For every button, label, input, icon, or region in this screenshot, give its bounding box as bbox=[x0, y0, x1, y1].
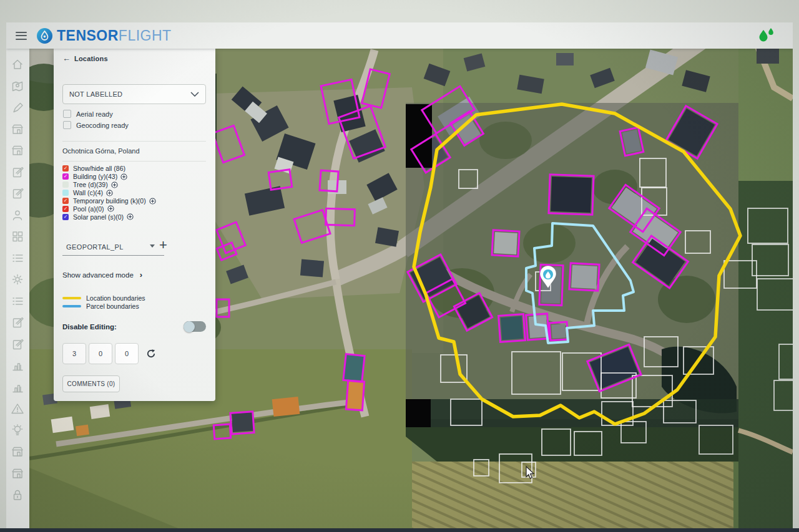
layer-row-6: ✓Solar panel (s)(0) bbox=[62, 213, 211, 221]
add-annotation-icon[interactable] bbox=[107, 205, 114, 212]
add-annotation-icon[interactable] bbox=[111, 181, 118, 188]
layer-label: Pool (a)(0) bbox=[73, 205, 104, 213]
disable-editing-label: Disable Editing: bbox=[62, 323, 117, 331]
store-icon bbox=[11, 122, 24, 136]
water-drops-icon[interactable] bbox=[757, 27, 775, 44]
layer-checkbox[interactable]: ✓ bbox=[62, 173, 69, 180]
layer-row-1: ✓Building (y)(43) bbox=[62, 173, 211, 181]
list-icon bbox=[11, 294, 24, 308]
show-advanced-mode-link[interactable]: Show advanced mode › bbox=[62, 270, 142, 279]
brand-text-light: FLIGHT bbox=[119, 27, 172, 44]
checkbox[interactable] bbox=[63, 121, 71, 129]
bulb-icon bbox=[11, 423, 24, 437]
sidebar-item-buildings-4[interactable] bbox=[11, 467, 26, 481]
legend-parcel-boundaries: Parcel boundaries bbox=[62, 302, 145, 310]
layer-label: Wall (c)(4) bbox=[73, 189, 103, 196]
layer-checkbox[interactable]: ✓ bbox=[62, 206, 69, 212]
sidebar-item-analytics-1[interactable] bbox=[11, 359, 26, 374]
doc-icon bbox=[11, 337, 24, 351]
gear-icon bbox=[11, 273, 24, 286]
store-icon bbox=[11, 143, 24, 157]
grid-icon bbox=[11, 230, 24, 243]
list-icon bbox=[11, 251, 24, 265]
back-label: Locations bbox=[74, 55, 108, 62]
chevron-right-icon: › bbox=[140, 270, 142, 279]
sidebar-item-home[interactable] bbox=[11, 57, 26, 72]
sidebar-item-report-4[interactable] bbox=[11, 337, 26, 352]
checkbox[interactable] bbox=[63, 110, 71, 118]
divider bbox=[62, 161, 206, 162]
sidebar-item-dashboard[interactable] bbox=[11, 230, 26, 244]
layer-list: ✓Show/hide all (86)✓Building (y)(43)Tree… bbox=[62, 165, 211, 221]
layer-label: Show/hide all (86) bbox=[73, 165, 125, 172]
filter-label: Aerial ready bbox=[76, 110, 113, 118]
disable-editing-toggle[interactable] bbox=[184, 321, 206, 332]
person-icon bbox=[11, 208, 24, 222]
layer-label: Solar panel (s)(0) bbox=[73, 213, 124, 221]
store-icon bbox=[11, 467, 24, 480]
map-icon bbox=[11, 79, 24, 93]
doc-icon bbox=[11, 165, 24, 179]
layer-checkbox[interactable] bbox=[62, 190, 69, 196]
counter-input-2[interactable] bbox=[89, 343, 112, 364]
brand-text-bold: TENSOR bbox=[57, 27, 119, 44]
filter-label: Geocoding ready bbox=[76, 122, 129, 129]
label-status-dropdown[interactable]: NOT LABELLED bbox=[62, 84, 206, 104]
layer-checkbox[interactable]: ✓ bbox=[62, 214, 69, 220]
sidebar-item-report-3[interactable] bbox=[11, 316, 26, 331]
add-annotation-icon[interactable] bbox=[127, 213, 134, 220]
layer-row-4: ✓Temporary building (k)(0) bbox=[62, 197, 211, 205]
brand-logo[interactable]: TENSORFLIGHT bbox=[36, 27, 172, 44]
doc-icon bbox=[11, 186, 24, 200]
screen-photo: { "header": { "brand_bold": "TENSOR", "b… bbox=[0, 0, 799, 532]
divider bbox=[62, 141, 206, 142]
source-select[interactable]: GEOPORTAL_PL + bbox=[62, 243, 211, 256]
legend-label: Location boundaries bbox=[86, 294, 145, 302]
sidebar-item-report-1[interactable] bbox=[11, 165, 26, 180]
sidebar-item-list-2[interactable] bbox=[11, 294, 26, 309]
comments-button[interactable]: COMMENTS (0) bbox=[62, 375, 120, 392]
sidebar-item-alerts[interactable] bbox=[11, 402, 26, 417]
icon-sidebar bbox=[6, 49, 29, 529]
sidebar-item-buildings-1[interactable] bbox=[11, 122, 26, 137]
layer-checkbox[interactable]: ✓ bbox=[62, 198, 69, 204]
layer-row-3: Wall (c)(4) bbox=[62, 189, 211, 197]
add-annotation-icon[interactable] bbox=[106, 190, 113, 196]
back-arrow-icon: ← bbox=[62, 54, 71, 63]
sidebar-item-buildings-2[interactable] bbox=[11, 143, 26, 158]
location-panel: ← Locations NOT LABELLED Aerial readyGeo… bbox=[54, 49, 215, 401]
filter-geocoding-ready[interactable]: Geocoding ready bbox=[63, 121, 129, 129]
add-annotation-icon[interactable] bbox=[120, 173, 127, 180]
sidebar-item-insights[interactable] bbox=[11, 423, 26, 438]
layer-checkbox[interactable]: ✓ bbox=[62, 165, 69, 172]
sidebar-item-user[interactable] bbox=[11, 208, 26, 223]
sidebar-item-analytics-2[interactable] bbox=[11, 380, 26, 395]
chart-icon bbox=[11, 359, 24, 372]
layer-label: Temporary building (k)(0) bbox=[73, 197, 146, 205]
add-source-button[interactable]: + bbox=[159, 237, 167, 253]
chevron-down-icon bbox=[190, 92, 199, 97]
refresh-icon[interactable] bbox=[146, 349, 156, 359]
sidebar-item-security[interactable] bbox=[11, 488, 26, 503]
counter-input-1[interactable] bbox=[62, 343, 86, 364]
sidebar-item-settings[interactable] bbox=[11, 273, 26, 288]
sidebar-item-map[interactable] bbox=[11, 79, 26, 94]
hamburger-icon[interactable] bbox=[16, 32, 27, 40]
sidebar-item-buildings-3[interactable] bbox=[11, 445, 26, 460]
doc-icon bbox=[11, 316, 24, 329]
add-annotation-icon[interactable] bbox=[149, 198, 156, 205]
layer-row-5: ✓Pool (a)(0) bbox=[62, 205, 211, 213]
layer-label: Building (y)(43) bbox=[73, 173, 117, 180]
divider bbox=[62, 255, 164, 256]
label-status-value: NOT LABELLED bbox=[69, 90, 122, 98]
sidebar-item-annotate[interactable] bbox=[11, 100, 26, 115]
counter-input-3[interactable] bbox=[115, 343, 139, 364]
layer-row-2: Tree (d)(39) bbox=[62, 181, 211, 189]
toggle-knob bbox=[184, 321, 195, 332]
layer-checkbox[interactable] bbox=[62, 181, 69, 188]
sidebar-item-list-1[interactable] bbox=[11, 251, 26, 266]
back-to-locations[interactable]: ← Locations bbox=[62, 54, 108, 63]
location-name: Ochotnica Górna, Poland bbox=[62, 147, 140, 155]
sidebar-item-report-2[interactable] bbox=[11, 186, 26, 201]
filter-aerial-ready[interactable]: Aerial ready bbox=[63, 110, 113, 118]
